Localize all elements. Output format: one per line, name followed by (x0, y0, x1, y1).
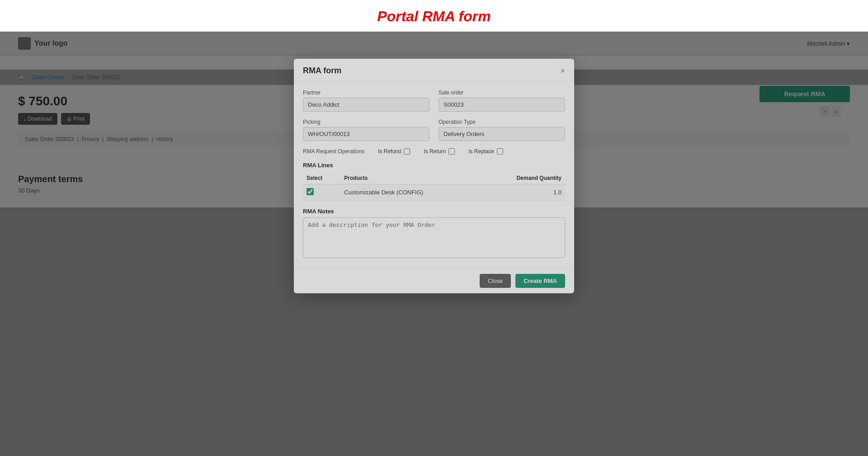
partner-input[interactable] (303, 98, 429, 112)
rma-modal: RMA form × Partner Sale order (294, 59, 574, 293)
is-return-label: Is Return (424, 148, 446, 155)
modal-header: RMA form × (294, 59, 574, 81)
form-row-1: Partner Sale order (303, 89, 565, 112)
modal-close-button[interactable]: × (560, 67, 565, 75)
portal-background: Your logo Mitchell Admin ▾ This is a pre… (0, 32, 868, 456)
sale-order-input[interactable] (439, 98, 565, 112)
row-qty-cell: 1.0 (481, 184, 565, 201)
page-title: Portal RMA form (377, 8, 491, 24)
operation-type-input[interactable] (439, 127, 565, 141)
table-row: Customizable Desk (CONFIG) 1.0 (303, 184, 565, 201)
col-select: Select (303, 172, 340, 184)
is-replace-label: Is Replace (468, 148, 494, 155)
operations-row: RMA Request Operations Is Refund Is Retu… (303, 148, 565, 155)
sale-order-field-group: Sale order (439, 89, 565, 112)
is-return-group: Is Return (424, 148, 455, 155)
sale-order-label: Sale order (439, 89, 565, 96)
col-products: Products (340, 172, 481, 184)
close-button[interactable]: Close (480, 274, 511, 288)
is-replace-checkbox[interactable] (497, 148, 503, 155)
row-product-cell: Customizable Desk (CONFIG) (340, 184, 481, 201)
row-select-cell (303, 184, 340, 201)
is-replace-group: Is Replace (468, 148, 503, 155)
is-refund-group: Is Refund (378, 148, 410, 155)
operation-type-field-group: Operation Type (439, 119, 565, 141)
picking-field-group: Picking (303, 119, 429, 141)
is-refund-checkbox[interactable] (404, 148, 410, 155)
rma-notes-label: RMA Notes (303, 208, 565, 215)
picking-input[interactable] (303, 127, 429, 141)
modal-title: RMA form (303, 66, 341, 75)
partner-label: Partner (303, 89, 429, 96)
partner-field-group: Partner (303, 89, 429, 112)
modal-overlay: RMA form × Partner Sale order (0, 32, 868, 456)
col-demand-qty: Demand Quantity (481, 172, 565, 184)
modal-footer: Close Create RMA (294, 268, 574, 293)
rma-lines-table: Select Products Demand Quantity Customiz… (303, 172, 565, 201)
operations-label: RMA Request Operations (303, 148, 364, 155)
rma-lines-label: RMA Lines (303, 162, 565, 169)
rma-notes-textarea[interactable] (303, 217, 565, 258)
page-title-bar: Portal RMA form (0, 0, 868, 32)
picking-label: Picking (303, 119, 429, 125)
is-return-checkbox[interactable] (448, 148, 455, 155)
row-checkbox[interactable] (307, 188, 314, 195)
form-row-2: Picking Operation Type (303, 119, 565, 141)
is-refund-label: Is Refund (378, 148, 401, 155)
operation-type-label: Operation Type (439, 119, 565, 125)
modal-body: Partner Sale order Picking Oper (294, 81, 574, 268)
create-rma-button[interactable]: Create RMA (515, 274, 565, 288)
